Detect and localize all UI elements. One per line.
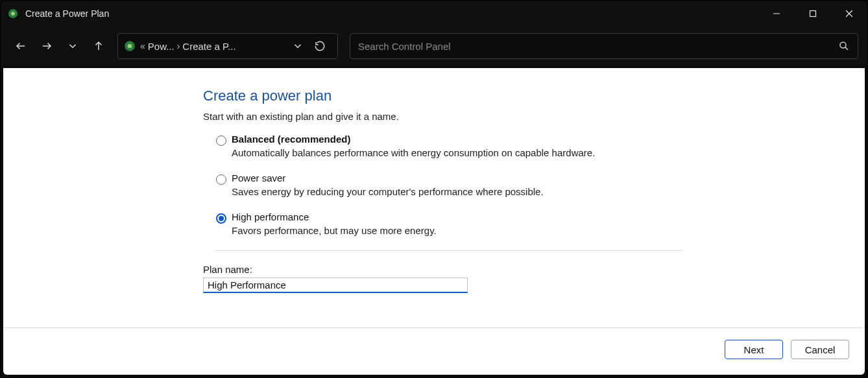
svg-point-1 — [11, 12, 15, 16]
option-title-high-performance: High performance — [232, 211, 309, 222]
svg-rect-3 — [810, 11, 816, 17]
option-desc-balanced: Automatically balances performance with … — [216, 147, 677, 158]
up-button[interactable] — [88, 35, 110, 57]
back-button[interactable] — [10, 35, 32, 57]
content-area: Create a power plan Start with an existi… — [3, 68, 865, 375]
option-title-balanced: Balanced (recommended) — [232, 134, 350, 145]
breadcrumb-sep: › — [177, 41, 180, 51]
option-desc-power-saver: Saves energy by reducing your computer's… — [216, 186, 677, 197]
search-bar[interactable] — [350, 33, 858, 59]
window-controls — [758, 1, 867, 27]
refresh-button[interactable] — [306, 40, 333, 52]
option-desc-high-performance: Favors performance, but may use more ene… — [216, 225, 677, 236]
breadcrumb-item-create[interactable]: Create a P... — [182, 41, 235, 52]
plan-name-input[interactable] — [203, 278, 468, 293]
plan-name-label: Plan name: — [203, 264, 677, 275]
breadcrumb-history-button[interactable] — [289, 35, 306, 57]
minimize-button[interactable] — [758, 1, 795, 27]
search-icon — [838, 40, 850, 52]
recent-locations-button[interactable] — [62, 35, 84, 57]
page-heading: Create a power plan — [203, 88, 677, 104]
breadcrumb-item-power[interactable]: Pow... — [148, 41, 175, 52]
footer-buttons: Next Cancel — [725, 340, 849, 359]
page-subheading: Start with an existing plan and give it … — [203, 111, 677, 122]
radio-power-saver[interactable] — [216, 174, 226, 185]
breadcrumb-bar[interactable]: « Pow... › Create a P... — [117, 33, 338, 59]
next-button[interactable]: Next — [725, 340, 783, 359]
maximize-button[interactable] — [795, 1, 831, 27]
breadcrumb-overflow[interactable]: « — [140, 41, 145, 51]
option-high-performance[interactable]: High performance Favors performance, but… — [203, 211, 677, 236]
svg-point-11 — [840, 42, 846, 48]
app-icon — [7, 8, 19, 19]
cancel-button[interactable]: Cancel — [791, 340, 849, 359]
window-title: Create a Power Plan — [25, 8, 758, 19]
divider — [216, 250, 682, 251]
navbar: « Pow... › Create a P... — [1, 27, 867, 65]
footer-separator — [3, 327, 865, 328]
option-power-saver[interactable]: Power saver Saves energy by reducing you… — [203, 172, 677, 197]
radio-balanced[interactable] — [216, 136, 226, 146]
breadcrumb-location-icon — [123, 40, 136, 53]
titlebar: Create a Power Plan — [1, 1, 867, 27]
forward-button[interactable] — [36, 35, 58, 57]
svg-line-12 — [845, 47, 848, 50]
close-button[interactable] — [831, 1, 867, 27]
search-input[interactable] — [358, 41, 838, 52]
option-balanced[interactable]: Balanced (recommended) Automatically bal… — [203, 134, 677, 158]
radio-high-performance[interactable] — [216, 213, 226, 224]
svg-point-10 — [128, 44, 132, 49]
option-title-power-saver: Power saver — [232, 172, 285, 183]
